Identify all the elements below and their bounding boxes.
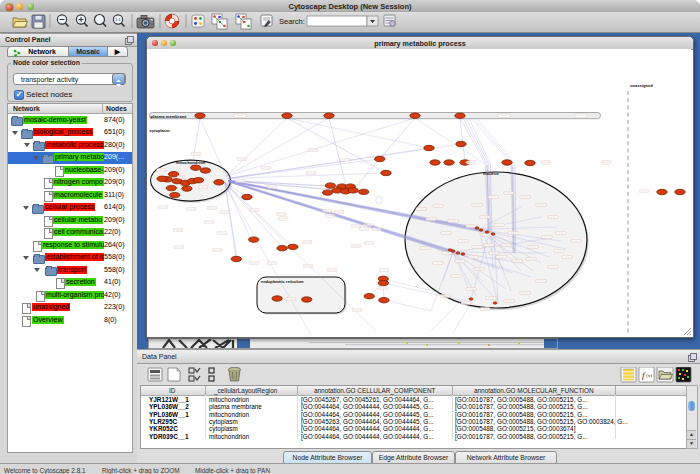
svg-text:endoplasmic reticulum: endoplasmic reticulum — [261, 279, 304, 284]
svg-text:(x): (x) — [646, 373, 652, 378]
svg-text:Search:: Search: — [279, 17, 305, 26]
svg-text:nucleus: nucleus — [483, 171, 499, 176]
svg-text:unassigned: unassigned — [630, 83, 653, 88]
svg-text:cytoplasm: cytoplasm — [150, 128, 171, 133]
svg-text:mitochondrion: mitochondrion — [176, 160, 206, 165]
svg-text:1:1: 1:1 — [115, 17, 121, 22]
svg-text:plasma membrane: plasma membrane — [151, 114, 188, 119]
